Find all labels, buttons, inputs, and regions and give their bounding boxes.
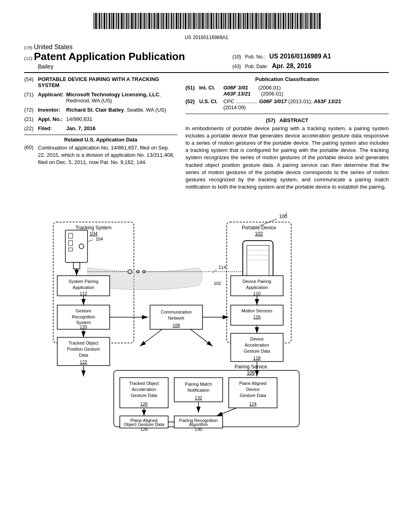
body-columns: (54) PORTABLE DEVICE PAIRING WITH A TRAC…: [24, 76, 389, 191]
label-126-num: 126: [140, 401, 148, 406]
svg-rect-72: [218, 13, 219, 29]
svg-rect-9: [109, 13, 110, 29]
svg-rect-17: [123, 13, 124, 29]
svg-rect-95: [258, 13, 259, 29]
svg-rect-53: [185, 13, 186, 29]
right-divider: [186, 114, 389, 114]
svg-rect-36: [156, 13, 156, 29]
patent-diagram: 100 / Pairing Service 106 Tracking Syste…: [33, 197, 380, 431]
svg-rect-70: [215, 13, 215, 29]
label-124-line3: Gesture Data: [240, 393, 266, 398]
svg-rect-40: [163, 13, 164, 29]
patent-page: US 20160116989A1 (19) United States (12)…: [0, 0, 413, 532]
svg-rect-46: [173, 13, 174, 29]
int-cl-num: (51): [186, 85, 199, 97]
us-cl-label: U.S. Cl.: [199, 98, 223, 110]
us-cl-field: (52) U.S. Cl. CPC ............... G06F 3…: [186, 98, 389, 110]
appl-no-num: (21): [24, 116, 38, 122]
label-116-num: 116: [253, 314, 261, 319]
label-118-line3: Gesture Data: [244, 349, 270, 353]
svg-rect-117: [295, 13, 296, 29]
svg-rect-15: [120, 13, 120, 29]
svg-rect-130: [317, 13, 318, 29]
svg-rect-104: [273, 13, 273, 29]
svg-rect-59: [196, 13, 196, 29]
abstract-title: (57) ABSTRACT: [186, 117, 389, 123]
filed-label: Filed:: [38, 125, 66, 131]
label-124-line1: Plane Aligned: [239, 381, 266, 386]
label-118-line1: Device: [250, 337, 264, 341]
svg-rect-27: [140, 13, 142, 29]
label-112-line2: Application: [73, 285, 94, 290]
label-120-line1: Gesture: [75, 308, 91, 313]
appl-no-label: Appl. No.:: [38, 116, 66, 122]
svg-rect-22: [131, 13, 133, 29]
svg-rect-20: [128, 13, 129, 29]
left-column: (54) PORTABLE DEVICE PAIRING WITH A TRAC…: [24, 76, 177, 191]
svg-rect-64: [204, 13, 205, 29]
label-110-num: 110: [253, 291, 261, 296]
abstract-text: In embodiments of portable device pairin…: [186, 125, 389, 191]
svg-rect-105: [274, 13, 276, 29]
svg-rect-106: [277, 13, 277, 29]
svg-rect-77: [227, 13, 227, 29]
us-cl-value: CPC ............... G06F 3/017 (2013.01)…: [223, 98, 389, 110]
related-num: (60): [24, 144, 38, 166]
tracking-system-label: Tracking System: [76, 225, 112, 231]
svg-rect-31: [147, 13, 148, 29]
int-cl-values: G06F 3/01 (2006.01) A63F 13/21 (2006.01): [223, 85, 389, 97]
svg-rect-47: [175, 13, 175, 29]
svg-rect-13: [116, 13, 117, 29]
label-128-line2: Object Gesture Data: [124, 422, 165, 427]
svg-rect-26: [138, 13, 139, 29]
label-114: 114: [219, 265, 226, 270]
label-102-ref: 102: [214, 281, 221, 286]
svg-rect-19: [126, 13, 127, 29]
label-108-line1: Communication: [161, 310, 192, 314]
svg-rect-80: [232, 13, 232, 29]
svg-rect-45: [171, 13, 172, 29]
svg-rect-68: [211, 13, 212, 29]
svg-rect-55: [188, 13, 190, 29]
pub-no-label: Pub. No.:: [245, 54, 265, 60]
svg-rect-92: [252, 13, 253, 29]
svg-rect-73: [219, 13, 220, 29]
svg-rect-65: [206, 13, 206, 29]
svg-rect-5: [102, 13, 103, 29]
label-132-line2: Notification: [188, 388, 209, 393]
label-112-line1: System Pairing: [69, 279, 98, 284]
svg-rect-4: [101, 13, 102, 29]
svg-rect-14: [118, 13, 119, 29]
label-104-line: [88, 240, 93, 241]
svg-rect-12: [115, 13, 115, 29]
related-title: Related U.S. Application Data: [24, 137, 177, 143]
svg-rect-60: [197, 13, 198, 29]
svg-rect-85: [240, 13, 241, 29]
svg-rect-84: [238, 13, 240, 29]
svg-rect-110: [283, 13, 284, 29]
filed-field: (22) Filed: Jan. 7, 2016: [24, 125, 177, 131]
appl-no-value: 14/990,631: [66, 116, 177, 122]
svg-rect-30: [146, 13, 146, 29]
svg-rect-61: [198, 13, 200, 29]
label-128-num: 128: [140, 427, 148, 431]
int-cl-label: Int. Cl.: [199, 85, 223, 97]
barcode-section: US 20160116989A1: [24, 8, 389, 44]
svg-rect-37: [157, 13, 159, 29]
label-118-num: 118: [253, 355, 261, 360]
svg-rect-103: [271, 13, 272, 29]
svg-rect-43: [168, 13, 169, 29]
svg-rect-35: [154, 13, 155, 29]
svg-rect-76: [225, 13, 226, 29]
svg-rect-99: [264, 13, 265, 29]
label-120-line2: Recognition: [72, 314, 95, 319]
svg-rect-63: [202, 13, 204, 29]
us-cl-num: (52): [186, 98, 199, 110]
left-divider: [24, 135, 177, 135]
svg-rect-115: [292, 13, 293, 29]
svg-rect-109: [282, 13, 282, 29]
svg-rect-113: [288, 13, 289, 29]
svg-rect-124: [307, 13, 308, 29]
svg-rect-100: [265, 13, 267, 29]
header-inventor: Bailey: [24, 63, 225, 70]
